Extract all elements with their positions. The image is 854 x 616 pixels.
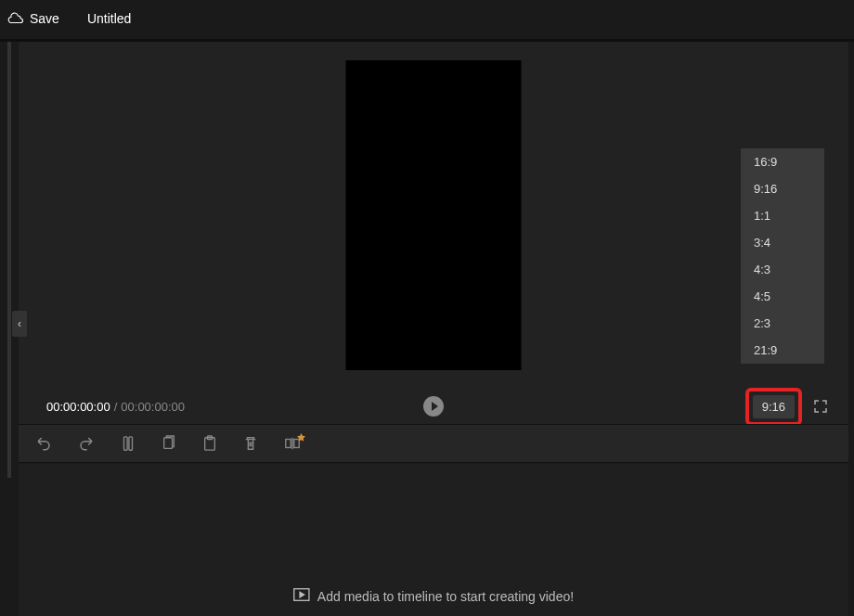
aspect-option-3-4[interactable]: 3:4	[741, 229, 824, 256]
timecode-current: 00:00:00:00	[46, 400, 110, 414]
aspect-option-4-5[interactable]: 4:5	[741, 283, 824, 310]
svg-rect-1	[129, 437, 133, 450]
chevron-left-icon: ‹	[18, 317, 21, 330]
play-icon	[432, 402, 438, 411]
play-button[interactable]	[423, 396, 444, 417]
play-bar: 00:00:00:00 / 00:00:00:00 9:16	[19, 389, 848, 424]
save-label: Save	[30, 11, 59, 26]
aspect-option-21-9[interactable]: 21:9	[741, 337, 824, 364]
svg-rect-0	[124, 437, 128, 450]
flip-icon[interactable]	[284, 436, 301, 451]
timeline-hint-text: Add media to timeline to start creating …	[317, 589, 574, 604]
undo-icon[interactable]	[35, 435, 52, 452]
cloud-icon	[7, 12, 24, 25]
svg-rect-5	[286, 440, 291, 448]
save-button[interactable]: Save	[7, 11, 59, 26]
timecode-separator: /	[114, 400, 118, 414]
aspect-option-16-9[interactable]: 16:9	[741, 148, 824, 175]
top-bar: Save Untitled	[0, 0, 854, 37]
left-panel-edge	[7, 42, 11, 478]
aspect-option-1-1[interactable]: 1:1	[741, 202, 824, 229]
add-media-icon	[293, 587, 310, 605]
aspect-option-4-3[interactable]: 4:3	[741, 256, 824, 283]
premium-badge-icon	[297, 433, 305, 442]
playbar-right-group: 9:16	[745, 388, 828, 426]
aspect-option-9-16[interactable]: 9:16	[741, 175, 824, 202]
timeline-panel[interactable]: Add media to timeline to start creating …	[19, 464, 848, 616]
timecode-total: 00:00:00:00	[121, 400, 185, 414]
aspect-ratio-button[interactable]: 9:16	[753, 395, 795, 418]
panel-collapse-handle[interactable]: ‹	[12, 311, 27, 337]
fullscreen-icon[interactable]	[813, 399, 828, 414]
split-icon[interactable]	[121, 435, 136, 452]
video-preview-canvas[interactable]	[346, 60, 522, 370]
delete-icon[interactable]	[243, 435, 258, 452]
aspect-ratio-menu: 16:9 9:16 1:1 3:4 4:3 4:5 2:3 21:9	[741, 148, 824, 364]
preview-panel: 16:9 9:16 1:1 3:4 4:3 4:5 2:3 21:9 00:00…	[19, 42, 848, 424]
timeline-empty-hint[interactable]: Add media to timeline to start creating …	[293, 587, 574, 605]
copy-icon[interactable]	[162, 435, 176, 452]
project-title[interactable]: Untitled	[87, 11, 131, 26]
svg-rect-2	[164, 438, 173, 449]
timeline-toolbar	[19, 424, 848, 463]
redo-icon[interactable]	[78, 435, 95, 452]
paste-icon[interactable]	[202, 435, 217, 452]
aspect-highlight-box: 9:16	[745, 388, 802, 426]
aspect-option-2-3[interactable]: 2:3	[741, 310, 824, 337]
